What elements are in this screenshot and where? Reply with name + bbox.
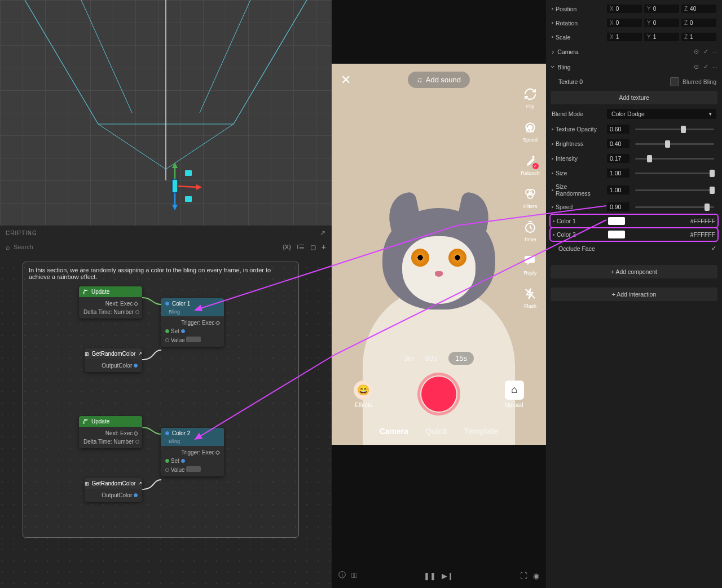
prop-brightness[interactable]: Brightness 0.40 <box>551 137 717 151</box>
prop-size[interactable]: Size 1.00 <box>551 166 717 180</box>
section-camera[interactable]: Camera ⊙ <box>551 45 717 59</box>
node-random-1[interactable]: ⊞GetRandomColor↗ OutputColor <box>85 348 142 372</box>
prop-intensity[interactable]: Intensity 0.17 <box>551 152 717 165</box>
prop-scale[interactable]: Scale X1 Y1 Z1 <box>551 30 717 43</box>
mode-camera[interactable]: Camera <box>380 427 408 436</box>
prop-blend-mode[interactable]: Blend Mode Color Dodge▾ <box>551 107 717 121</box>
filters-button[interactable]: Filters <box>522 186 538 209</box>
record-button[interactable] <box>417 373 460 415</box>
brand-icon[interactable]: ⓘ <box>338 570 346 580</box>
node-update-1[interactable]: Update Next: Exec Delta Time: Number <box>79 286 142 319</box>
port-icon <box>165 302 169 306</box>
svg-marker-8 <box>172 205 178 210</box>
mute-icon[interactable]: 🕨⃠ <box>351 571 357 580</box>
box-icon[interactable]: ▢ <box>310 244 316 251</box>
add-icon[interactable]: + <box>322 242 326 251</box>
next-icon[interactable]: ▶❙ <box>442 572 454 580</box>
mode-template[interactable]: Template <box>464 427 498 436</box>
timer-button[interactable]: 3Timer <box>522 219 538 242</box>
section-bling[interactable]: Bling ⊙ <box>551 60 717 74</box>
popout-icon[interactable]: ↗ <box>320 229 326 237</box>
node-random-2[interactable]: ⊞GetRandomColor↗ OutputColor <box>85 478 142 502</box>
svg-rect-10 <box>185 170 192 176</box>
camera-frustum <box>14 0 318 180</box>
flag-icon <box>83 419 89 424</box>
duration-15s[interactable]: 15s <box>448 352 474 365</box>
search-icon: ⌕ <box>6 243 10 251</box>
reset-icon[interactable]: ⊙ <box>694 48 699 55</box>
scripting-title: CRIPTING <box>6 230 37 236</box>
prop-opacity[interactable]: Texture Opacity 0.60 <box>551 122 717 136</box>
svg-rect-9 <box>172 179 178 193</box>
fullscreen-icon[interactable]: ⛶ <box>520 572 527 580</box>
speed-button[interactable]: 0.5xSpeed <box>522 120 538 143</box>
mode-quick[interactable]: Quick <box>425 427 447 436</box>
duration-60s[interactable]: 60s <box>425 354 437 362</box>
svg-line-5 <box>175 186 197 187</box>
reply-button[interactable]: Reply <box>522 253 538 276</box>
duration-3m[interactable]: 3m <box>404 354 414 362</box>
color-swatch[interactable] <box>608 217 625 225</box>
close-icon[interactable]: ✕ <box>341 73 351 87</box>
properties-panel: Position X0 Y0 Z40 Rotation X0 Y0 Z0 Sca… <box>546 0 722 588</box>
flag-icon <box>83 289 89 294</box>
prop-position[interactable]: Position X0 Y0 Z40 <box>551 2 717 15</box>
check-icon <box>711 245 716 252</box>
mode-selector[interactable]: Camera Quick Template <box>332 427 546 436</box>
var-icon[interactable]: {X} <box>283 244 291 250</box>
prop-size-randomness[interactable]: Size Randomness 1.00 <box>551 181 717 199</box>
flash-button[interactable]: Flash <box>522 286 538 309</box>
retouch-button[interactable]: ✓Retouch <box>521 153 540 176</box>
preview-viewport: ✕ ♫ Add sound Flip 0.5xSpeed ✓Retouch Fi… <box>332 64 546 445</box>
node-color-2[interactable]: Color 2 Bling Trigger: Exec Set Value <box>161 428 224 476</box>
scripting-canvas[interactable]: In this section, we are randomly assigni… <box>0 258 332 588</box>
color-swatch[interactable] <box>608 231 625 238</box>
svg-point-15 <box>527 193 533 198</box>
prop-speed[interactable]: Speed 0.90 <box>551 200 717 214</box>
enable-icon[interactable] <box>703 48 708 55</box>
svg-marker-4 <box>172 162 178 168</box>
texture-thumb-icon <box>670 77 679 86</box>
prop-color-2[interactable]: Color 2 #FFFFFF <box>551 228 717 241</box>
viewport-3d[interactable] <box>0 0 332 226</box>
pause-icon[interactable]: ❚❚ <box>424 572 436 580</box>
scripting-search[interactable] <box>14 244 279 250</box>
more-icon[interactable] <box>713 48 716 55</box>
svg-rect-11 <box>185 196 192 202</box>
prop-texture0[interactable]: Texture 0 Blurred Bling <box>551 75 717 89</box>
svg-text:0.5x: 0.5x <box>526 129 535 134</box>
reset-icon[interactable]: ⊙ <box>694 63 699 70</box>
chevron-down-icon: ▾ <box>709 111 712 117</box>
duration-selector[interactable]: 3m 60s 15s <box>404 352 474 365</box>
effects-button[interactable]: 😄Effects <box>354 381 373 408</box>
prop-rotation[interactable]: Rotation X0 Y0 Z0 <box>551 16 717 29</box>
enable-icon[interactable] <box>703 63 708 70</box>
node-update-2[interactable]: Update Next: Exec Delta Time: Number <box>79 416 142 448</box>
add-interaction-button[interactable]: + Add interaction <box>551 288 717 301</box>
scripting-panel: CRIPTING ↗ ⌕ {X} ⁞☰ ▢ + In this section,… <box>0 226 332 588</box>
prop-occlude-face[interactable]: Occlude Face <box>551 242 717 255</box>
prop-color-1[interactable]: Color 1 #FFFFFF <box>551 215 717 227</box>
flip-button[interactable]: Flip <box>522 86 538 109</box>
node-color-1[interactable]: Color 1 Bling Trigger: Exec Set Value <box>161 298 224 347</box>
add-component-button[interactable]: + Add component <box>551 265 717 278</box>
add-sound-button[interactable]: ♫ Add sound <box>408 72 470 88</box>
music-icon: ♫ <box>417 76 422 84</box>
upload-button[interactable]: ⌂Upload <box>505 381 524 408</box>
add-texture-button[interactable]: Add texture <box>551 91 717 104</box>
record-toggle-icon[interactable]: ◉ <box>533 572 539 580</box>
port-icon <box>165 431 169 435</box>
more-icon[interactable] <box>713 64 716 70</box>
effects-icon: 😄 <box>354 381 373 400</box>
transform-gizmo[interactable] <box>152 158 197 215</box>
tree-icon[interactable]: ⁞☰ <box>297 244 305 251</box>
upload-icon: ⌂ <box>505 381 524 400</box>
